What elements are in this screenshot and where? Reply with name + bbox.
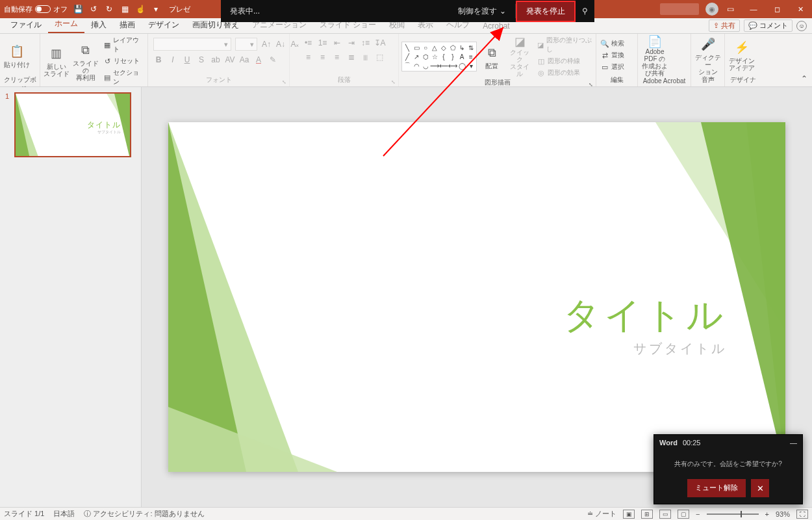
start-slideshow-icon[interactable]: ▦ xyxy=(120,4,130,14)
slide-subtitle[interactable]: サブタイトル xyxy=(633,340,727,358)
group-drawing: ╲▭○△◇⬠↳⇅ ╱↗⬡☆{}A≡ ⌒◠◡⟶⟵⟷◯▾ ⧉配置 ◪クイック スタイ… xyxy=(399,34,596,86)
fill-icon: ◪ xyxy=(537,40,544,49)
redo-icon[interactable]: ↻ xyxy=(104,4,114,14)
group-font: ▾ ▾ A↑ A↓ Aₓ B I U S ab AV Aa A ✎ フォント⤡ xyxy=(148,34,290,86)
chevron-down-icon: ▾ xyxy=(224,40,228,49)
case-icon[interactable]: Aa xyxy=(239,55,249,65)
find-button[interactable]: 🔍検索 xyxy=(599,38,626,49)
align-right-icon[interactable]: ≡ xyxy=(332,52,342,62)
effects-icon: ◎ xyxy=(537,68,546,77)
adobe-pdf-button[interactable]: 📄Adobe PDF の 作成および共有 xyxy=(641,36,669,77)
feedback-icon[interactable]: ☺ xyxy=(796,21,807,31)
slide-canvas[interactable]: タイトル サブタイトル xyxy=(168,122,785,472)
replace-icon: ⇄ xyxy=(600,51,609,60)
tab-draw[interactable]: 描画 xyxy=(113,17,142,33)
tab-file[interactable]: ファイル xyxy=(4,17,48,33)
select-button[interactable]: ▭選択 xyxy=(599,62,626,72)
bullets-icon[interactable]: •≡ xyxy=(303,38,314,48)
stop-presenting-button[interactable]: 発表を停止 xyxy=(516,1,576,22)
user-avatar[interactable]: ◉ xyxy=(705,3,718,16)
zoom-in-icon[interactable]: + xyxy=(765,510,769,518)
shapes-gallery[interactable]: ╲▭○△◇⬠↳⇅ ╱↗⬡☆{}A≡ ⌒◠◡⟶⟵⟷◯▾ xyxy=(401,42,477,72)
highlight-icon[interactable]: ✎ xyxy=(268,55,278,65)
status-a11y[interactable]: ⓘ アクセシビリティ: 問題ありません xyxy=(84,509,204,519)
section-icon: ▤ xyxy=(103,73,111,82)
shrink-font-icon[interactable]: A↓ xyxy=(275,39,286,49)
save-icon[interactable]: 💾 xyxy=(73,4,83,14)
select-icon: ▭ xyxy=(600,62,609,72)
align-left-icon[interactable]: ≡ xyxy=(303,52,314,62)
font-size-combo[interactable]: ▾ xyxy=(235,38,257,51)
dialog-launcher-icon[interactable]: ⤡ xyxy=(282,79,286,85)
status-lang[interactable]: 日本語 xyxy=(53,509,75,519)
minimize-button[interactable]: — xyxy=(742,0,765,18)
chevron-down-icon: ⌄ xyxy=(500,6,506,16)
smartart-icon[interactable]: ⬚ xyxy=(375,52,385,62)
new-slide-button[interactable]: ▥新しい スライド xyxy=(43,41,70,81)
clear-format-icon[interactable]: Aₓ xyxy=(290,39,300,49)
line-spacing-icon[interactable]: ↕≡ xyxy=(361,38,371,48)
strike-icon[interactable]: S xyxy=(196,55,207,65)
search-box[interactable] xyxy=(660,3,699,15)
end-call-button[interactable]: ✕ xyxy=(751,479,769,497)
replace-button[interactable]: ⇄置換 xyxy=(599,50,626,60)
group-designer: ⚡デザイン アイデア デザイナー xyxy=(725,34,761,86)
shadow-icon[interactable]: ab xyxy=(210,55,221,65)
pin-icon[interactable]: ⚲ xyxy=(576,6,594,16)
normal-view-icon[interactable]: ▣ xyxy=(623,510,635,519)
comments-button[interactable]: 💬コメント xyxy=(744,20,793,32)
tab-home[interactable]: ホーム xyxy=(48,16,84,33)
fit-window-icon[interactable]: ⛶ xyxy=(796,510,808,519)
italic-icon[interactable]: I xyxy=(168,55,178,65)
collapse-ribbon-icon[interactable]: ⌃ xyxy=(799,73,809,84)
reuse-slides-button[interactable]: ⧉スライドの 再利用 xyxy=(72,41,99,81)
reset-button[interactable]: ↺リセット xyxy=(101,56,145,66)
zoom-out-icon[interactable]: − xyxy=(696,510,700,518)
tab-insert[interactable]: 挿入 xyxy=(84,17,113,33)
font-family-combo[interactable]: ▾ xyxy=(153,38,231,51)
maximize-button[interactable]: ◻ xyxy=(765,0,789,18)
unmute-button[interactable]: ミュート解除 xyxy=(687,479,746,497)
columns-icon[interactable]: ⫼ xyxy=(361,52,371,62)
justify-icon[interactable]: ≣ xyxy=(346,52,357,62)
layout-button[interactable]: ▦レイアウト xyxy=(101,35,145,55)
minimize-call-icon[interactable]: — xyxy=(790,439,797,447)
dictate-button[interactable]: 🎤ディクテー ション xyxy=(694,35,722,75)
group-editing: 🔍検索 ⇄置換 ▭選択 編集 xyxy=(596,34,638,86)
close-button[interactable]: ✕ xyxy=(789,0,812,18)
touch-mode-icon[interactable]: ☝ xyxy=(135,4,146,14)
slideshow-view-icon[interactable]: ▢ xyxy=(678,510,689,519)
spacing-icon[interactable]: AV xyxy=(225,55,235,65)
shape-outline-button: ◫図形の枠線 xyxy=(535,56,593,66)
slide-thumbnail[interactable]: タイトル サブタイトル xyxy=(14,92,131,157)
section-button[interactable]: ▤セクション xyxy=(101,68,145,87)
zoom-level[interactable]: 93% xyxy=(776,510,790,518)
tab-design[interactable]: デザイン xyxy=(142,17,186,33)
font-color-icon[interactable]: A xyxy=(253,55,264,65)
clipboard-icon: 📋 xyxy=(8,43,26,61)
indent-left-icon[interactable]: ⇤ xyxy=(332,38,342,48)
slide-title[interactable]: タイトル xyxy=(563,291,727,341)
sorter-view-icon[interactable]: ⊞ xyxy=(641,510,653,519)
paste-button[interactable]: 📋貼り付け xyxy=(3,35,31,75)
qat-more-icon[interactable]: ▾ xyxy=(151,4,161,14)
indent-right-icon[interactable]: ⇥ xyxy=(346,38,357,48)
share-button[interactable]: ⇪共有 xyxy=(709,20,740,32)
ribbon-options-icon[interactable]: ▭ xyxy=(725,4,735,14)
grow-font-icon[interactable]: A↑ xyxy=(261,39,272,49)
align-center-icon[interactable]: ≡ xyxy=(318,52,328,62)
bold-icon[interactable]: B xyxy=(153,55,164,65)
autosave-toggle[interactable]: 自動保存 オフ xyxy=(4,5,68,14)
arrange-button[interactable]: ⧉配置 xyxy=(479,36,505,77)
dialog-launcher-icon[interactable]: ⤡ xyxy=(391,79,396,85)
text-direction-icon[interactable]: ↧A xyxy=(375,38,385,48)
underline-icon[interactable]: U xyxy=(182,55,192,65)
numbering-icon[interactable]: 1≡ xyxy=(318,38,328,48)
undo-icon[interactable]: ↺ xyxy=(88,4,99,14)
autosave-state: オフ xyxy=(53,5,68,14)
reading-view-icon[interactable]: ▭ xyxy=(659,510,671,519)
zoom-slider[interactable] xyxy=(707,514,759,515)
design-ideas-button[interactable]: ⚡デザイン アイデア xyxy=(728,35,756,75)
notes-button[interactable]: ≐ ノート xyxy=(587,509,616,519)
hand-control-button[interactable]: 制御を渡す ⌄ xyxy=(449,6,515,17)
